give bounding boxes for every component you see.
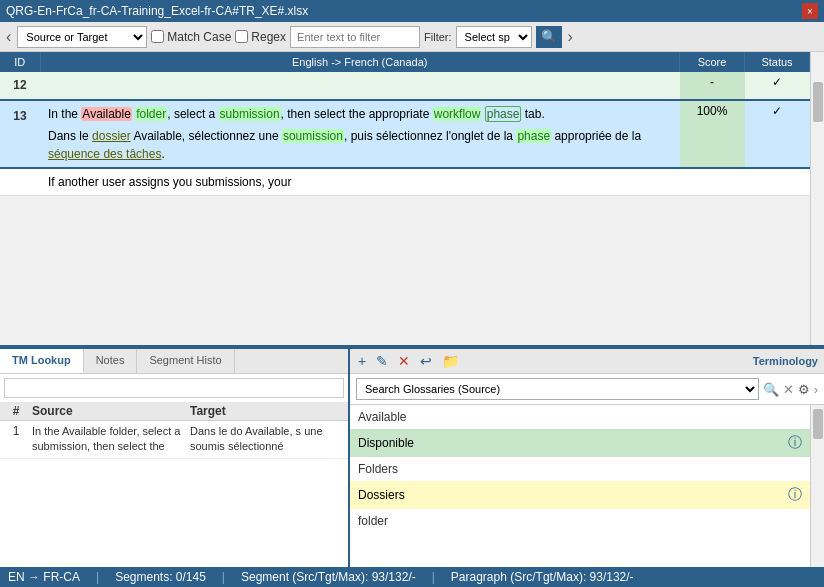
- delete-term-button[interactable]: ✕: [396, 352, 412, 370]
- col-header-score: Score: [680, 52, 745, 72]
- glossary-settings-button[interactable]: ⚙: [798, 382, 810, 397]
- right-search-bar: Search Glossaries (Source) 🔍 ✕ ⚙ ›: [350, 374, 824, 405]
- row-score: [680, 168, 745, 196]
- segments-status: Segments: 0/145: [115, 570, 206, 584]
- filename-label: QRG-En-FrCa_fr-CA-Training_Excel-fr-CA#T…: [6, 4, 802, 18]
- tm-search-input[interactable]: [4, 378, 344, 398]
- highlight-available: Available: [81, 107, 131, 121]
- glossary-select[interactable]: Search Glossaries (Source): [356, 378, 759, 400]
- main-content: ID English -> French (Canada) Score Stat…: [0, 52, 824, 587]
- highlight-soumission: soumission: [282, 129, 344, 143]
- terminology-list: Available Disponible ⓘ Folders Dossiers …: [350, 405, 824, 587]
- next-segment: If another user assigns you submissions,…: [48, 173, 672, 191]
- right-panel: + ✎ ✕ ↩ 📁 Terminology Search Glossaries …: [350, 349, 824, 587]
- close-button[interactable]: ×: [802, 3, 818, 19]
- filter-label: Filter:: [424, 31, 452, 43]
- match-case-checkbox[interactable]: [151, 30, 164, 43]
- status-bar: EN → FR-CA | Segments: 0/145 | Segment (…: [0, 567, 824, 587]
- tm-row-source: In the Available folder, select a submis…: [28, 424, 186, 455]
- tm-row-target: Dans le do Available, s une soumis sélec…: [186, 424, 344, 455]
- nav-prev-button[interactable]: ‹: [4, 26, 13, 48]
- tm-table-body: 1 In the Available folder, select a subm…: [0, 421, 348, 575]
- list-item[interactable]: 1 In the Available folder, select a subm…: [0, 421, 348, 459]
- row-content: In the Available folder, select a submis…: [40, 100, 680, 168]
- right-panel-title: Terminology: [753, 355, 818, 367]
- left-panel: TM Lookup Notes Segment Histo # Source T…: [0, 349, 350, 587]
- highlight-submission: submission: [219, 107, 281, 121]
- target-segment: Dans le dossier Available, sélectionnez …: [48, 127, 672, 163]
- folder-term-button[interactable]: 📁: [440, 352, 461, 370]
- regex-checkbox[interactable]: [235, 30, 248, 43]
- left-search-area: [0, 374, 348, 402]
- table-row[interactable]: 13 In the Available folder, select a sub…: [0, 100, 810, 168]
- row-content: [40, 72, 680, 100]
- right-panel-scrollbar[interactable]: [810, 405, 824, 587]
- highlight-dossier: dossier: [92, 129, 131, 143]
- term-item-disponible[interactable]: Disponible ⓘ: [350, 429, 810, 457]
- translation-table: ID English -> French (Canada) Score Stat…: [0, 52, 810, 196]
- row-score: -: [680, 72, 745, 100]
- row-id: 13: [0, 100, 40, 168]
- col-num-header: #: [4, 404, 28, 418]
- source-target-select[interactable]: Source or Target: [17, 26, 147, 48]
- row-content: If another user assigns you submissions,…: [40, 168, 680, 196]
- glossary-collapse-button[interactable]: ›: [814, 382, 818, 397]
- term-head-folders: Folders: [350, 457, 810, 481]
- undo-term-button[interactable]: ↩: [418, 352, 434, 370]
- locale-status: EN → FR-CA: [8, 570, 80, 584]
- row-score: 100%: [680, 100, 745, 168]
- add-term-button[interactable]: +: [356, 352, 368, 370]
- regex-label: Regex: [235, 30, 286, 44]
- highlight-workflow: workflow: [433, 107, 482, 121]
- row-status: ✓: [745, 100, 810, 168]
- term-head-available: Available: [350, 405, 810, 429]
- bottom-panel: TM Lookup Notes Segment Histo # Source T…: [0, 347, 824, 587]
- highlight-sequence: séquence des tâches: [48, 147, 161, 161]
- row-id: [0, 168, 40, 196]
- highlight-phase-tgt: phase: [516, 129, 551, 143]
- term-info-button-2[interactable]: ⓘ: [788, 486, 802, 504]
- term-head-folder: folder: [350, 509, 810, 533]
- col-header-status: Status: [745, 52, 810, 72]
- search-button[interactable]: 🔍: [536, 26, 562, 48]
- tab-notes[interactable]: Notes: [84, 349, 138, 373]
- row-id: 12: [0, 72, 40, 100]
- source-segment: In the Available folder, select a submis…: [48, 105, 672, 123]
- vertical-scrollbar[interactable]: [810, 52, 824, 345]
- right-toolbar: + ✎ ✕ ↩ 📁 Terminology: [350, 349, 824, 374]
- term-info-button[interactable]: ⓘ: [788, 434, 802, 452]
- right-scrollbar-thumb[interactable]: [813, 409, 823, 439]
- col-header-id: ID: [0, 52, 40, 72]
- tab-segment-history[interactable]: Segment Histo: [137, 349, 234, 373]
- match-case-label: Match Case: [151, 30, 231, 44]
- segment-detail-status: Segment (Src/Tgt/Max): 93/132/-: [241, 570, 416, 584]
- term-item-dossiers[interactable]: Dossiers ⓘ: [350, 481, 810, 509]
- glossary-clear-button[interactable]: ✕: [783, 382, 794, 397]
- tm-table-header: # Source Target: [0, 402, 348, 421]
- toolbar: ‹ Source or Target Match Case Regex Filt…: [0, 22, 824, 52]
- nav-next-button[interactable]: ›: [566, 26, 575, 48]
- highlight-phase-src: phase: [485, 106, 522, 122]
- highlight-folder: folder: [135, 107, 167, 121]
- tm-row-num: 1: [4, 424, 28, 438]
- table-row[interactable]: If another user assigns you submissions,…: [0, 168, 810, 196]
- table-row[interactable]: 12 - ✓: [0, 72, 810, 100]
- left-tab-bar: TM Lookup Notes Segment Histo: [0, 349, 348, 374]
- filter-select[interactable]: Select sp: [456, 26, 532, 48]
- paragraph-status: Paragraph (Src/Tgt/Max): 93/132/-: [451, 570, 634, 584]
- scrollbar-thumb[interactable]: [813, 82, 823, 122]
- translation-table-area: ID English -> French (Canada) Score Stat…: [0, 52, 824, 347]
- title-bar: QRG-En-FrCa_fr-CA-Training_Excel-fr-CA#T…: [0, 0, 824, 22]
- edit-term-button[interactable]: ✎: [374, 352, 390, 370]
- row-status: ✓: [745, 72, 810, 100]
- col-target-header: Target: [186, 404, 344, 418]
- tab-tm-lookup[interactable]: TM Lookup: [0, 349, 84, 373]
- table-header: ID English -> French (Canada) Score Stat…: [0, 52, 810, 72]
- col-header-content: English -> French (Canada): [40, 52, 680, 72]
- row-status: [745, 168, 810, 196]
- col-source-header: Source: [28, 404, 186, 418]
- glossary-search-button[interactable]: 🔍: [763, 382, 779, 397]
- filter-input[interactable]: [290, 26, 420, 48]
